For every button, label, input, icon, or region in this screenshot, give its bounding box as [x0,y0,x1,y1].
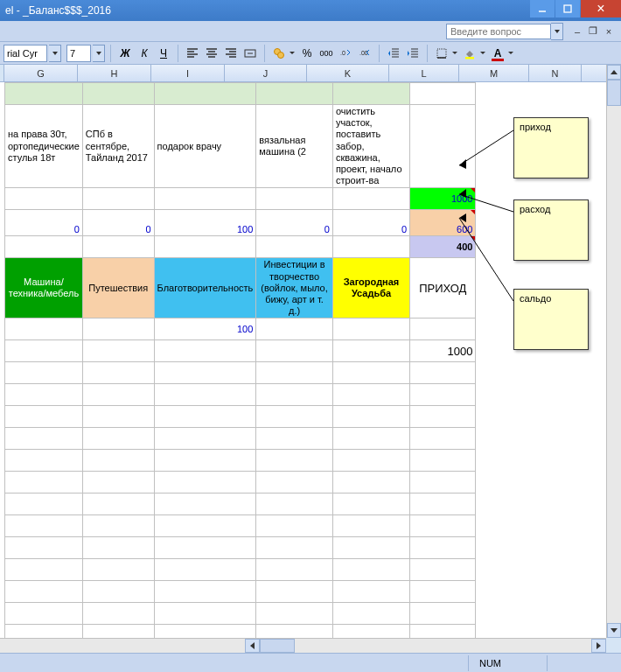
increase-decimal-button[interactable]: .0 [337,45,354,62]
close-button[interactable]: × [581,0,621,18]
cell[interactable] [5,340,83,362]
vscroll-thumb[interactable] [607,80,621,106]
cell[interactable] [82,384,154,406]
cell[interactable] [410,318,476,340]
cell[interactable]: очистить участок, поставить забор, скваж… [332,105,409,188]
cell-expense-total[interactable]: 600 [410,210,476,236]
borders-dropdown[interactable] [450,45,459,62]
cell[interactable] [154,83,256,105]
cell[interactable]: вязальная машина (2 [256,105,333,188]
cell[interactable] [5,318,83,340]
currency-button[interactable] [270,45,288,62]
merge-center-button[interactable] [241,45,259,62]
cell[interactable]: 0 [332,210,409,236]
cell[interactable] [332,406,409,428]
comment-balance[interactable]: сальдо [513,289,589,350]
cell[interactable] [82,318,154,340]
cell[interactable] [5,83,83,105]
cell[interactable] [332,83,409,105]
cell[interactable] [154,515,256,537]
cell-cat-invest[interactable]: Инвестиции в творчество (войлок, мыло, б… [256,258,333,318]
cell[interactable] [256,362,333,384]
cell[interactable] [82,494,154,515]
cell[interactable] [256,406,333,428]
cell[interactable] [154,559,256,581]
cell[interactable] [5,559,83,581]
cell[interactable] [332,494,409,515]
cell[interactable]: 0 [256,210,333,236]
cell[interactable] [5,472,83,494]
cell[interactable] [256,494,333,515]
cell[interactable] [476,83,530,105]
cell[interactable] [5,625,83,638]
cell[interactable] [256,428,333,450]
help-question-input[interactable] [446,24,551,39]
cell[interactable] [82,362,154,384]
maximize-button[interactable] [555,0,580,18]
cell[interactable] [82,188,154,210]
cell[interactable] [256,318,333,340]
cell[interactable] [410,472,476,494]
cell[interactable] [5,450,83,472]
cell[interactable] [256,603,333,625]
col-header-G[interactable]: G [4,65,78,81]
cell[interactable] [154,362,256,384]
col-header-L[interactable]: L [389,65,459,81]
sheet-tab-area[interactable] [0,638,245,653]
cell[interactable] [256,537,333,559]
cell[interactable]: 100 [154,318,256,340]
comment-expense[interactable]: расход [513,200,589,261]
cell[interactable] [82,625,154,638]
align-right-button[interactable] [222,45,240,62]
font-name-dropdown[interactable] [49,45,61,62]
cell-balance[interactable]: 400 [410,236,476,258]
cell[interactable] [154,494,256,515]
scroll-left-button[interactable] [245,639,260,653]
comma-style-button[interactable]: 000 [317,45,335,62]
cell-income-total[interactable]: 1000 [410,188,476,210]
underline-button[interactable]: Ч [155,45,172,62]
cell[interactable] [410,494,476,515]
cell[interactable]: 100 [154,210,256,236]
cell[interactable] [154,406,256,428]
cell[interactable] [256,236,333,258]
cell[interactable] [5,406,83,428]
cell[interactable]: СПб в сентябре, Тайланд 2017 [82,105,154,188]
font-size-dropdown[interactable] [93,45,105,62]
col-header-J[interactable]: J [225,65,307,81]
col-header-N[interactable]: N [529,65,582,81]
cell[interactable] [256,625,333,638]
col-header-M[interactable]: M [459,65,529,81]
hscroll-thumb[interactable] [260,639,295,653]
scroll-right-button[interactable] [591,639,606,653]
vertical-scrollbar[interactable] [606,65,621,638]
cell[interactable] [154,384,256,406]
cell[interactable] [256,188,333,210]
col-header-H[interactable]: H [78,65,151,81]
cell[interactable] [82,559,154,581]
cell[interactable] [154,236,256,258]
doc-minimize-button[interactable]: – [570,24,584,38]
cell[interactable] [5,581,83,603]
cell[interactable] [154,450,256,472]
col-header-I[interactable]: I [151,65,225,81]
cell[interactable] [410,559,476,581]
cell[interactable] [410,362,476,384]
cell[interactable] [332,625,409,638]
doc-close-button[interactable]: × [602,24,616,38]
cell[interactable] [154,537,256,559]
cell[interactable] [410,515,476,537]
align-center-button[interactable] [203,45,220,62]
cell[interactable] [332,603,409,625]
italic-button[interactable]: К [136,45,153,62]
cell[interactable] [82,603,154,625]
cell[interactable] [5,384,83,406]
cell[interactable] [256,472,333,494]
cell[interactable]: подарок врачу [154,105,256,188]
borders-button[interactable] [433,45,450,62]
font-name-input[interactable] [3,45,47,62]
cell[interactable] [5,428,83,450]
cell[interactable] [154,603,256,625]
cell[interactable] [332,384,409,406]
cell[interactable] [5,515,83,537]
